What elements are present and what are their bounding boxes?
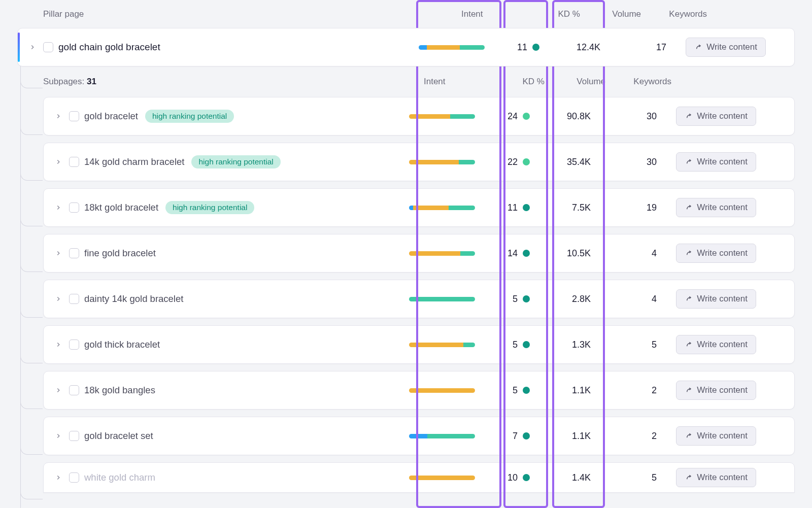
- write-content-button[interactable]: Write content: [676, 152, 756, 172]
- subpages-prefix: Subpages:: [43, 77, 84, 86]
- write-content-label: Write content: [697, 340, 748, 350]
- write-content-button[interactable]: Write content: [676, 107, 756, 126]
- subpage-volume-value: 35.4K: [536, 157, 597, 167]
- col-intent-label-sub: Intent: [424, 77, 505, 87]
- chevron-right-icon[interactable]: [54, 473, 63, 482]
- subpage-intent-bar: [409, 343, 490, 347]
- arrow-forward-icon: [685, 295, 693, 303]
- subpage-checkbox[interactable]: [69, 340, 79, 350]
- subpage-keywords-value: 30: [597, 157, 663, 167]
- subpage-volume-value: 1.1K: [536, 431, 597, 442]
- subpage-volume-value: 1.3K: [536, 340, 597, 350]
- chevron-right-icon[interactable]: [54, 340, 63, 349]
- subpage-row: gold bracelet set71.1K2Write content: [43, 417, 795, 455]
- subpage-kd-value: 7: [513, 431, 518, 442]
- kd-difficulty-dot-icon: [523, 204, 530, 211]
- chevron-right-icon[interactable]: [54, 157, 63, 166]
- subpage-intent-bar: [409, 160, 490, 164]
- high-ranking-potential-badge: high ranking potential: [145, 110, 234, 123]
- col-pillar-page-label: Pillar page: [43, 9, 459, 19]
- subpage-keywords-value: 2: [597, 385, 663, 396]
- subpage-volume-value: 10.5K: [536, 248, 597, 259]
- subpage-checkbox[interactable]: [69, 202, 79, 213]
- write-content-label: Write content: [697, 202, 748, 213]
- subpage-kd-value: 14: [507, 248, 518, 259]
- write-content-button[interactable]: Write content: [676, 468, 756, 487]
- subpage-row: 18kt gold bracelethigh ranking potential…: [43, 188, 795, 227]
- chevron-right-icon[interactable]: [54, 294, 63, 303]
- subpage-title: 14k gold charm bracelet: [84, 156, 184, 167]
- chevron-right-icon[interactable]: [54, 112, 63, 121]
- subpage-row: fine gold bracelet1410.5K4Write content: [43, 234, 795, 273]
- col-keywords-label: Keywords: [647, 9, 713, 19]
- write-content-button[interactable]: Write content: [676, 426, 756, 446]
- subpages-list: gold bracelethigh ranking potential2490.…: [43, 97, 795, 493]
- write-content-label: Write content: [697, 431, 748, 441]
- arrow-forward-icon: [685, 341, 693, 349]
- subpage-title: dainty 14k gold bracelet: [84, 293, 183, 304]
- subpages-column-headers: Subpages: 31 Intent KD % Volume Keywords: [43, 66, 795, 97]
- subpage-title: 18k gold bangles: [84, 385, 155, 396]
- arrow-forward-icon: [694, 43, 702, 51]
- subpage-intent-bar: [409, 476, 490, 480]
- subpages-count-label: Subpages: 31: [43, 77, 424, 87]
- subpage-checkbox[interactable]: [69, 111, 79, 121]
- high-ranking-potential-badge: high ranking potential: [191, 155, 280, 168]
- subpage-title: gold bracelet: [84, 111, 138, 122]
- subpage-title: 18kt gold bracelet: [84, 202, 158, 213]
- subpage-checkbox[interactable]: [69, 385, 79, 395]
- subpage-intent-bar: [409, 251, 490, 256]
- pillar-kd-value: 11: [517, 42, 527, 53]
- subpage-title: gold bracelet set: [84, 430, 153, 442]
- chevron-right-icon[interactable]: [54, 203, 63, 212]
- chevron-right-icon[interactable]: [28, 43, 37, 52]
- arrow-forward-icon: [685, 112, 693, 120]
- subpage-checkbox[interactable]: [69, 248, 79, 258]
- kd-difficulty-dot-icon: [523, 295, 530, 302]
- subpage-keywords-value: 30: [597, 111, 663, 122]
- arrow-forward-icon: [685, 432, 693, 440]
- subpage-keywords-value: 2: [597, 431, 663, 442]
- subpage-checkbox[interactable]: [69, 431, 79, 441]
- subpage-keywords-value: 4: [597, 294, 663, 304]
- subpage-intent-bar: [409, 297, 490, 301]
- subpage-checkbox[interactable]: [69, 157, 79, 167]
- write-content-button[interactable]: Write content: [676, 244, 756, 263]
- kd-difficulty-dot-icon: [523, 250, 530, 257]
- pillar-checkbox[interactable]: [43, 42, 53, 52]
- write-content-label: Write content: [697, 157, 748, 167]
- subpages-count: 31: [87, 77, 96, 86]
- chevron-right-icon[interactable]: [54, 249, 63, 258]
- chevron-right-icon[interactable]: [54, 431, 63, 441]
- arrow-forward-icon: [685, 204, 693, 212]
- col-keywords-label-sub: Keywords: [612, 77, 678, 87]
- write-content-button[interactable]: Write content: [686, 38, 766, 57]
- kd-difficulty-dot-icon: [523, 432, 530, 439]
- subpage-kd-value: 5: [513, 385, 518, 396]
- subpage-row: gold thick bracelet51.3K5Write content: [43, 325, 795, 364]
- subpage-row: 14k gold charm bracelethigh ranking pote…: [43, 143, 795, 181]
- subpage-checkbox[interactable]: [69, 472, 79, 483]
- write-content-button[interactable]: Write content: [676, 335, 756, 354]
- write-content-button[interactable]: Write content: [676, 198, 756, 217]
- pillar-column-headers: Pillar page Intent KD % Volume Keywords: [0, 0, 812, 28]
- subpage-intent-bar: [409, 388, 490, 393]
- write-content-button[interactable]: Write content: [676, 381, 756, 400]
- kd-difficulty-dot-icon: [523, 341, 530, 348]
- subpage-title: white gold charm: [84, 472, 155, 483]
- subpage-keywords-value: 5: [597, 472, 663, 483]
- arrow-forward-icon: [685, 158, 693, 166]
- high-ranking-potential-badge: high ranking potential: [165, 201, 254, 214]
- col-intent-label: Intent: [459, 9, 540, 19]
- subpage-checkbox[interactable]: [69, 294, 79, 304]
- pillar-row: gold chain gold bracelet 11 12.4K 17 Wri…: [17, 28, 795, 66]
- subpage-title: gold thick bracelet: [84, 339, 160, 350]
- subpage-kd-value: 11: [507, 202, 518, 213]
- chevron-right-icon[interactable]: [54, 386, 63, 395]
- pillar-volume-value: 12.4K: [546, 42, 606, 53]
- kd-difficulty-dot-icon: [523, 387, 530, 394]
- subpage-kd-value: 5: [513, 294, 518, 304]
- subpage-volume-value: 2.8K: [536, 294, 597, 304]
- arrow-forward-icon: [685, 473, 693, 482]
- write-content-button[interactable]: Write content: [676, 289, 756, 309]
